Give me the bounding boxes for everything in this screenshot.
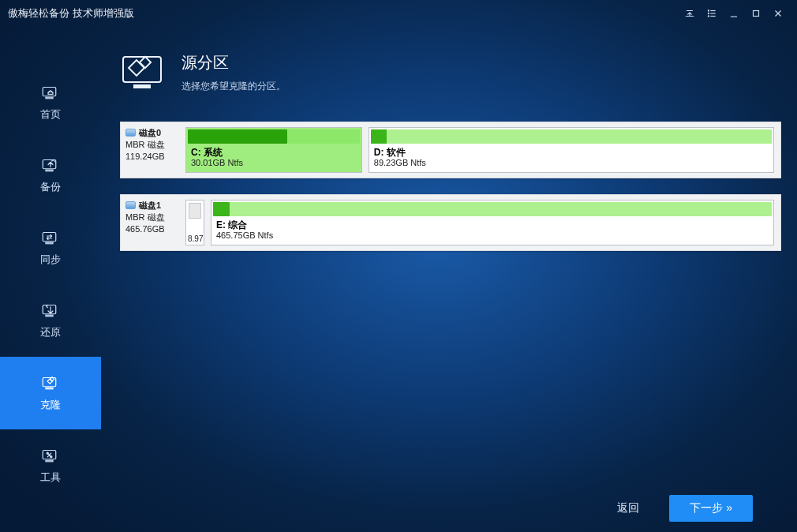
sync-icon — [41, 229, 60, 246]
svg-rect-13 — [46, 170, 53, 171]
disk-label: 磁盘1 — [139, 200, 161, 212]
svg-rect-14 — [43, 233, 56, 242]
svg-rect-15 — [46, 242, 53, 244]
sidebar: 首页 备份 同步 还原 — [0, 27, 101, 532]
sidebar-item-backup[interactable]: 备份 — [0, 139, 101, 212]
svg-rect-7 — [754, 11, 759, 17]
svg-point-4 — [708, 16, 709, 17]
partition-info: 30.01GB Ntfs — [186, 158, 361, 171]
sidebar-item-label: 首页 — [40, 107, 61, 122]
svg-point-2 — [708, 13, 709, 13]
sidebar-item-tools[interactable]: 工具 — [0, 429, 101, 502]
svg-rect-29 — [140, 57, 151, 68]
titlebar: 傲梅轻松备份 技术师增强版 — [0, 0, 797, 27]
page-header: 源分区 选择您希望克隆的分区。 — [120, 52, 781, 93]
next-button[interactable]: 下一步 » — [669, 495, 753, 522]
svg-rect-28 — [129, 60, 144, 76]
disk-icon — [125, 201, 136, 209]
maximize-button[interactable] — [745, 2, 767, 24]
partition-info: 89.23GB Ntfs — [369, 158, 773, 171]
disk-row: 磁盘1 MBR 磁盘 465.76GB 8.97 E: 综合 465.75GB … — [120, 194, 781, 251]
disk-label: 磁盘0 — [139, 127, 161, 139]
app-window: 傲梅轻松备份 技术师增强版 首页 — [0, 0, 797, 532]
backup-icon — [41, 156, 60, 174]
partition-c[interactable]: C: 系统 30.01GB Ntfs — [185, 127, 362, 173]
disk-size: 465.76GB — [125, 223, 179, 235]
window-title: 傲梅轻松备份 技术师增强版 — [8, 6, 679, 21]
sidebar-item-label: 备份 — [40, 180, 61, 194]
disk-size: 119.24GB — [125, 151, 179, 163]
sidebar-item-label: 同步 — [40, 253, 61, 267]
menu-icon[interactable] — [701, 2, 723, 24]
minimize-button[interactable] — [723, 2, 745, 24]
svg-rect-27 — [134, 85, 150, 88]
disk-type: MBR 磁盘 — [125, 212, 179, 223]
wizard-footer: 返回 下一步 » — [120, 485, 781, 532]
restore-icon — [41, 302, 60, 319]
svg-rect-23 — [46, 460, 53, 462]
sidebar-item-restore[interactable]: 还原 — [0, 284, 101, 357]
main-panel: 源分区 选择您希望克隆的分区。 磁盘0 MBR 磁盘 119.24GB C: 系… — [101, 27, 797, 532]
tools-icon — [41, 447, 60, 464]
sidebar-item-home[interactable]: 首页 — [0, 66, 101, 139]
sidebar-item-label: 克隆 — [40, 398, 61, 412]
svg-rect-17 — [46, 315, 53, 317]
clone-icon — [41, 374, 60, 392]
partition-name: C: 系统 — [186, 145, 361, 158]
partition-name: D: 软件 — [369, 145, 773, 158]
sidebar-item-label: 工具 — [40, 470, 61, 485]
partition-icon — [120, 52, 164, 92]
partition-name: E: 综合 — [211, 218, 773, 230]
back-button[interactable]: 返回 — [609, 496, 647, 520]
partition-info: 465.75GB Ntfs — [211, 230, 773, 244]
sidebar-item-label: 还原 — [40, 325, 61, 339]
body: 首页 备份 同步 还原 — [0, 27, 797, 532]
disk-meta: 磁盘0 MBR 磁盘 119.24GB — [121, 122, 184, 178]
home-icon — [41, 84, 60, 101]
svg-point-0 — [708, 10, 709, 11]
sidebar-item-clone[interactable]: 克隆 — [0, 357, 101, 429]
disk-icon — [125, 129, 136, 137]
close-button[interactable] — [767, 2, 789, 24]
partition-d[interactable]: D: 软件 89.23GB Ntfs — [369, 127, 774, 173]
partition-e[interactable]: E: 综合 465.75GB Ntfs — [211, 200, 774, 245]
disk-type: MBR 磁盘 — [125, 139, 179, 151]
sidebar-item-sync[interactable]: 同步 — [0, 212, 101, 284]
partition-unallocated[interactable]: 8.97 — [185, 200, 204, 245]
disk-row: 磁盘0 MBR 磁盘 119.24GB C: 系统 30.01GB Ntfs D… — [120, 122, 781, 178]
svg-rect-11 — [46, 97, 53, 99]
partition-size: 8.97 — [188, 234, 202, 243]
upgrade-icon[interactable] — [679, 2, 701, 24]
disk-meta: 磁盘1 MBR 磁盘 465.76GB — [121, 195, 184, 250]
page-title: 源分区 — [181, 52, 286, 73]
page-subtitle: 选择您希望克隆的分区。 — [181, 80, 286, 93]
svg-rect-19 — [46, 388, 53, 389]
